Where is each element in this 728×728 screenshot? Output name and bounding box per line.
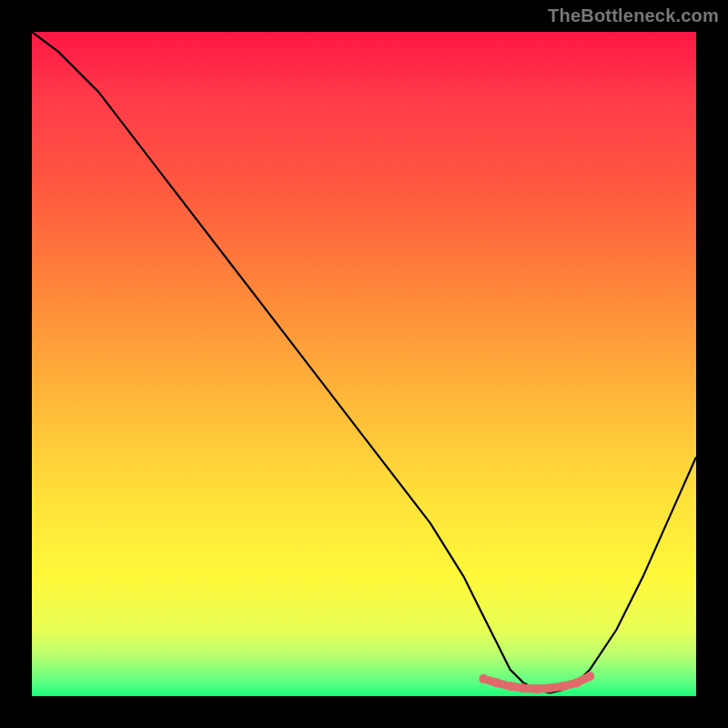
optimal-region-dot <box>519 683 528 693</box>
plot-area <box>32 32 696 696</box>
optimal-region-dot <box>479 674 488 683</box>
optimal-region-dot <box>492 678 501 687</box>
optimal-region-dot <box>545 683 554 693</box>
optimal-region-dot <box>506 682 515 691</box>
chart-frame: TheBottleneck.com <box>0 0 728 728</box>
optimal-region-dot <box>572 678 581 687</box>
watermark-text: TheBottleneck.com <box>548 5 719 26</box>
bottleneck-curve <box>32 32 696 693</box>
optimal-region-dot <box>559 682 568 691</box>
chart-svg <box>32 32 696 696</box>
optimal-region-dot <box>585 672 594 681</box>
optimal-region <box>479 672 594 693</box>
optimal-region-dot <box>532 684 541 693</box>
